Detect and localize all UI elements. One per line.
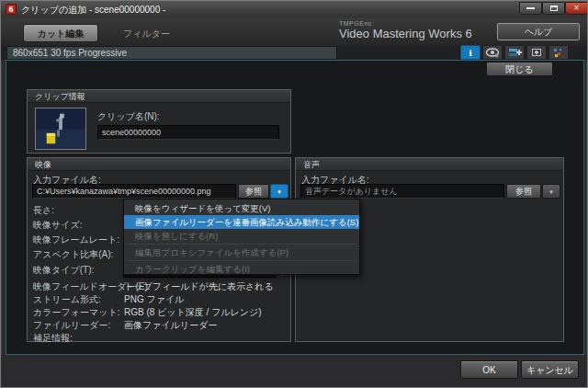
video-header: 映像 — [28, 158, 290, 171]
dropdown-arrow-icon: ▼ — [277, 189, 282, 195]
brand-tmpgenc: TMPGEnc — [339, 20, 372, 27]
video-file-input[interactable]: C:¥Users¥kanazawa¥tmp¥scene00000000.png — [32, 184, 236, 199]
detail-label: 映像タイプ(T): — [33, 264, 94, 277]
detail-label: アスペクト比率(A): — [33, 248, 113, 261]
minimize-icon — [526, 7, 535, 9]
menu-separator — [126, 244, 357, 245]
tab-cut-edit[interactable]: カット編集 — [23, 24, 98, 42]
detail-label: 補足情報: — [33, 332, 73, 345]
detail-label: 長さ: — [33, 204, 54, 217]
clip-info-panel: クリップ情報 クリップ名(N): scene00000000 — [27, 89, 291, 154]
histogram-icon — [549, 46, 568, 59]
audio-header: 音声 — [296, 158, 563, 171]
ok-button[interactable]: OK — [460, 360, 518, 379]
detail-value: トップフィールドが先に表示される — [124, 280, 274, 293]
video-source-menu-button[interactable]: ▼ — [270, 184, 288, 199]
layers-plus-icon — [505, 46, 524, 59]
brand-product-name: Video Mastering Works 6 — [339, 27, 472, 40]
window-title: クリップの追加 - scene00000000 - — [21, 4, 165, 17]
add-frame-button[interactable] — [526, 45, 547, 60]
info-button[interactable]: i — [460, 45, 481, 60]
clip-thumbnail — [35, 108, 86, 150]
preview-settings-button[interactable] — [482, 45, 503, 60]
app-icon: 6 — [6, 4, 17, 15]
title-bar[interactable]: 6 クリップの追加 - scene00000000 - × — [1, 1, 588, 17]
dropdown-arrow-icon: ▼ — [548, 189, 554, 195]
detail-label: 映像フレームレート: — [33, 234, 119, 246]
menu-item-no-video: 映像を無しにする(R) — [124, 229, 359, 243]
minimize-button[interactable] — [519, 2, 542, 15]
menu-item-edit-color-clip: カラークリップを編集する(I) — [124, 262, 359, 276]
detail-value: PNG ファイル — [124, 293, 184, 306]
close-window-button[interactable]: × — [565, 2, 588, 15]
eye-gear-icon — [483, 46, 502, 59]
plus-box-icon — [532, 49, 541, 56]
menu-item-sequential-images[interactable]: 画像ファイルリーダーを連番画像読み込み動作にする(S) — [124, 215, 359, 229]
clip-name-input[interactable]: scene00000000 — [97, 125, 279, 140]
menu-item-create-proxy: 編集用プロキシファイルを作成する(P) — [124, 245, 359, 259]
detail-label: ファイルリーダー: — [33, 319, 110, 332]
maximize-button[interactable] — [542, 2, 565, 15]
audio-source-menu-button[interactable]: ▼ — [542, 184, 560, 199]
maximize-icon — [550, 6, 558, 11]
detail-label: カラーフォーマット: — [33, 306, 119, 319]
close-icon: × — [574, 3, 580, 13]
audio-file-input[interactable]: 音声データがありません — [300, 184, 504, 199]
detail-label: 映像サイズ: — [33, 219, 82, 232]
cancel-button[interactable]: キャンセル — [521, 360, 579, 379]
detail-value: 画像ファイルリーダー — [124, 319, 217, 332]
add-layer-button[interactable] — [504, 45, 525, 60]
format-info-bar[interactable]: 860x651 30 fps Progressive — [6, 46, 337, 60]
detail-value: RGB (8 ビット深度 / フルレンジ) — [124, 306, 262, 319]
audio-browse-button[interactable]: 参照 — [506, 184, 541, 199]
clip-info-header: クリップ情報 — [28, 90, 290, 103]
help-button[interactable]: ヘルプ — [497, 23, 580, 40]
close-panel-button[interactable]: 閉じる — [486, 62, 553, 76]
video-browse-button[interactable]: 参照 — [238, 184, 269, 199]
menu-separator — [126, 260, 357, 261]
video-source-menu: 映像をウィザードを使って変更(V) 画像ファイルリーダーを連番画像読み込み動作に… — [123, 199, 360, 275]
detail-label: ストリーム形式: — [33, 293, 101, 306]
add-clip-dialog: 6 クリップの追加 - scene00000000 - × カット編集 フィルタ… — [0, 0, 588, 388]
histogram-button[interactable] — [548, 45, 569, 60]
tab-filter[interactable]: フィルター — [123, 28, 197, 40]
info-icon: i — [461, 46, 480, 59]
menu-item-change-wizard[interactable]: 映像をウィザードを使って変更(V) — [124, 201, 359, 215]
clip-name-label: クリップ名(N): — [97, 110, 160, 123]
